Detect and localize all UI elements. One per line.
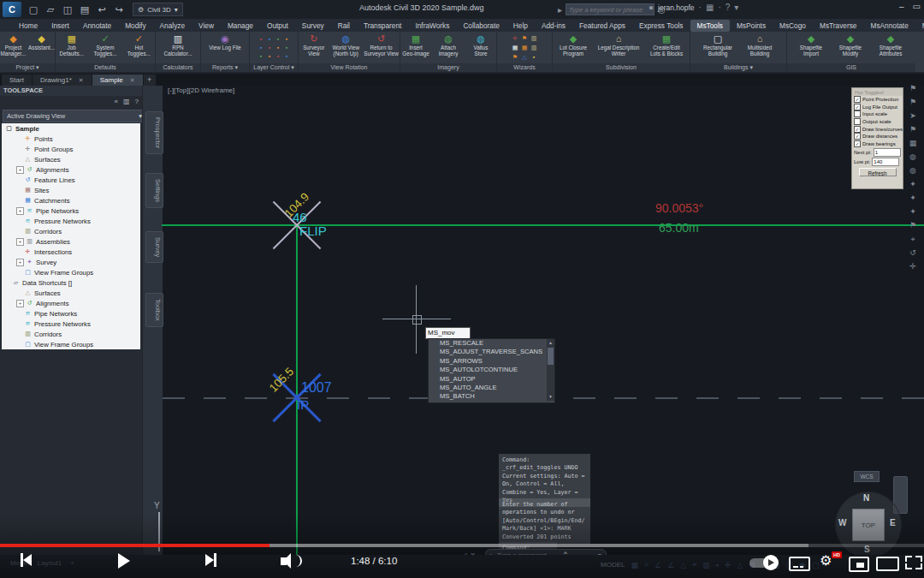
lineweight-icon[interactable]: ▥	[702, 561, 710, 569]
wizard-icon[interactable]: ▪	[530, 53, 539, 63]
file-tab-sample[interactable]: Sample ✕	[92, 74, 143, 86]
surveyor-view-button[interactable]: ↻ Surveyor View	[299, 33, 329, 57]
scrollbar-thumb[interactable]	[548, 348, 554, 365]
tree-item-pressure-networks[interactable]: ≋Pressure Networks	[2, 216, 140, 226]
tab-output[interactable]: Output	[260, 20, 295, 32]
toolbar-icon[interactable]: ⚑	[909, 82, 916, 94]
next-pt-field[interactable]	[874, 148, 901, 157]
toolbar-icon[interactable]: ◍	[909, 164, 916, 176]
signed-in-user[interactable]: jeran.hopfe	[658, 3, 695, 12]
tab-mspoints[interactable]: MsPoints	[730, 20, 773, 32]
tree-item-sample[interactable]: ▢Sample	[2, 123, 140, 134]
toolbar-icon[interactable]: ↺	[909, 247, 916, 259]
autocomplete-item[interactable]: MS_AUTOP	[429, 375, 554, 384]
print-icon[interactable]: ▤	[78, 3, 92, 16]
tree-item-corridors[interactable]: ▥Corridors	[2, 226, 140, 236]
create-edit-lots-button[interactable]: ▦ Create/Edit Lots & Blocks	[645, 33, 688, 57]
checkbox-checked[interactable]: ✓	[854, 96, 861, 103]
tab-mstools[interactable]: MsTools	[690, 20, 730, 32]
tab-manage[interactable]: Manage	[221, 20, 260, 32]
tree-item-survey[interactable]: +✦Survey	[2, 257, 140, 267]
toolbar-icon[interactable]: ➤	[909, 110, 916, 122]
undo-icon[interactable]: ↩	[95, 3, 109, 16]
autocomplete-item[interactable]: MS_ADJUST_TRAVERSE_SCANS	[429, 348, 554, 356]
volume-button[interactable]	[281, 553, 301, 569]
tree-item-points[interactable]: ✛Points	[2, 134, 140, 144]
checkbox-checked[interactable]: ✓	[854, 104, 861, 110]
layer-icon[interactable]: ▪	[274, 44, 282, 52]
wizard-icon[interactable]: ▦	[520, 44, 530, 53]
tab-collaborate[interactable]: Collaborate	[456, 20, 506, 32]
player-settings-gear-icon[interactable]: ⚙	[820, 552, 832, 569]
wcs-label[interactable]: WCS	[854, 471, 880, 482]
tab-annotate[interactable]: Annotate	[76, 20, 118, 32]
clean-screen-icon[interactable]: ▢	[812, 561, 820, 569]
minimize-button[interactable]: –	[899, 2, 904, 11]
tree-item-sites[interactable]: ▦Sites	[2, 185, 140, 195]
tree-item-view-frame-groups[interactable]: ▢View Frame Groups	[2, 267, 140, 277]
toolbar-icon[interactable]: ⚑	[909, 96, 916, 108]
autocomplete-item[interactable]: MS_BATCH	[429, 392, 554, 401]
app-store-cart-icon[interactable]: ▦	[706, 3, 714, 12]
close-tab-icon[interactable]: ✕	[130, 77, 135, 84]
tab-msannotate[interactable]: MsAnnotate	[863, 20, 915, 32]
tab-mscogo[interactable]: MsCogo	[773, 20, 813, 32]
toolbar-icon[interactable]: ▦	[909, 137, 917, 149]
new-tab-button[interactable]: +	[144, 74, 156, 86]
wizard-icon[interactable]: △	[520, 53, 530, 63]
shapefile-attributes-button[interactable]: ◆ Shapefile Attributes	[871, 33, 910, 57]
viewcube-east[interactable]: E	[890, 518, 896, 527]
viewcube-top-face[interactable]: TOP	[852, 509, 885, 541]
workspace-switcher[interactable]: ⚙ Civil 3D ▾	[133, 3, 183, 16]
tab-infraworks[interactable]: InfraWorks	[408, 20, 456, 32]
toolbar-icon[interactable]: ✦	[909, 178, 916, 190]
scroll-down-icon[interactable]: ▼	[547, 393, 554, 401]
autocomplete-item[interactable]: MS_RESCALE	[429, 339, 554, 348]
project-manager-button[interactable]: ◆ Project Manager...	[0, 33, 27, 57]
insert-geo-image-button[interactable]: ▦ Insert Geo-Image	[400, 33, 431, 57]
panel-label[interactable]: Project ▾	[0, 63, 55, 72]
app-logo-icon[interactable]: C	[3, 2, 21, 17]
tree-item-ds-view-frame-groups[interactable]: ▢View Frame Groups	[2, 339, 140, 349]
expand-icon[interactable]: +	[16, 238, 24, 246]
new-file-icon[interactable]: ▢	[27, 3, 40, 16]
tab-prospector[interactable]: Prospector	[145, 111, 163, 154]
tab-add-ins[interactable]: Add-ins	[535, 20, 572, 32]
toolbar-icon[interactable]: ⌖	[910, 233, 915, 245]
layer-icon[interactable]: ▪	[265, 52, 274, 61]
layer-icon[interactable]: ▪	[265, 44, 274, 52]
layer-icon[interactable]: ▪	[257, 52, 265, 61]
active-drawing-view-dropdown[interactable]: Active Drawing View ▾	[3, 110, 146, 122]
wizard-icon[interactable]: ▥	[530, 44, 539, 53]
layer-icon[interactable]: ▪	[265, 35, 274, 44]
tab-analyze[interactable]: Analyze	[153, 20, 192, 32]
assistant-button[interactable]: ◆ Assistant...	[28, 33, 55, 51]
object-snap-icon[interactable]: ⌖	[692, 560, 696, 569]
layer-control-grid[interactable]: ▪▪▪▪ ▪▪▪▪ ▪▪▪▪	[257, 33, 291, 61]
add-layout-tab[interactable]: +	[70, 559, 74, 567]
open-file-icon[interactable]: ▱	[44, 3, 57, 16]
toggle-point-protection[interactable]: ✓Point Protection	[852, 96, 903, 104]
close-tab-icon[interactable]: ✕	[79, 77, 84, 84]
wizard-icon[interactable]: ⚑	[511, 53, 520, 63]
search-expand-icon[interactable]: ▸	[558, 5, 562, 15]
legal-description-writer-button[interactable]: ⌂ Legal Description Writer	[594, 33, 643, 57]
panel-label[interactable]: Buildings ▾	[690, 63, 786, 72]
drawing-line-vertical[interactable]	[296, 225, 298, 555]
autocomplete-scrollbar[interactable]: ▲ ▼	[547, 339, 554, 401]
toolspace-help-icon[interactable]: ?	[135, 98, 139, 105]
selection-cycling-icon[interactable]: ✛	[725, 561, 732, 569]
theater-mode-button[interactable]	[876, 557, 899, 571]
view-log-file-button[interactable]: ◉ View Log File	[204, 33, 246, 51]
tree-item-surfaces[interactable]: △Surfaces	[2, 154, 140, 164]
lot-closure-button[interactable]: ◆ Lot Closure Program	[554, 33, 592, 57]
search-input[interactable]	[566, 3, 654, 15]
toolspace-properties-icon[interactable]: ▥	[123, 98, 130, 105]
tree-item-ds-alignments[interactable]: +↺Alignments	[2, 298, 140, 308]
toolbar-icon[interactable]: ⚑	[909, 123, 916, 135]
chevron-down-icon[interactable]: ▾	[734, 3, 738, 12]
autocomplete-item[interactable]: MS_AUTO_ANGLE	[429, 384, 554, 392]
layout1-tab[interactable]: Layout1	[38, 559, 62, 567]
tab-msmodeling[interactable]: MsModeling	[915, 20, 924, 32]
toggle-input-scale[interactable]: Input scale	[852, 110, 903, 118]
